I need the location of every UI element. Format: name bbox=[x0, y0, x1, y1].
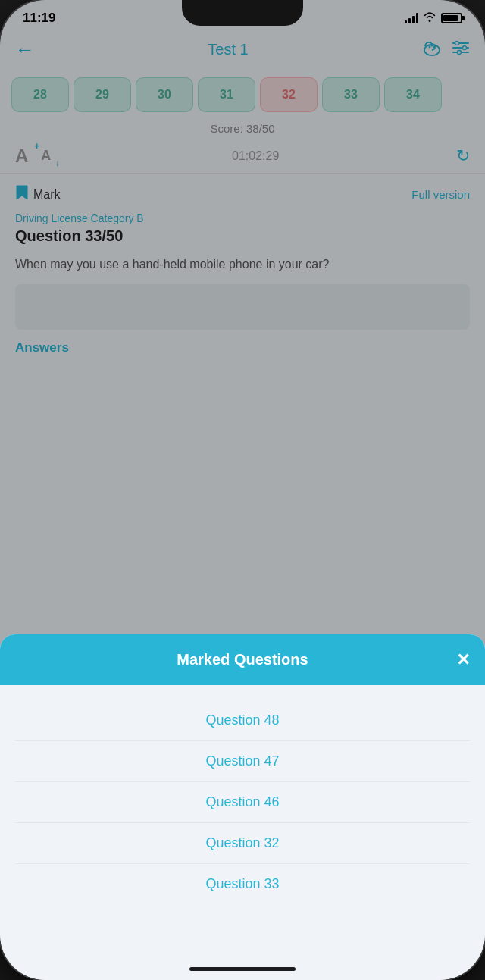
modal-list: Question 48 Question 47 Question 46 Ques… bbox=[0, 685, 485, 919]
modal-overlay: Marked Questions ✕ Question 48 Question … bbox=[0, 0, 485, 980]
modal-item-question-46[interactable]: Question 46 bbox=[15, 782, 470, 823]
modal-item-question-47[interactable]: Question 47 bbox=[15, 741, 470, 782]
modal-item-question-48[interactable]: Question 48 bbox=[15, 700, 470, 741]
modal-close-button[interactable]: ✕ bbox=[456, 650, 470, 670]
phone-screen: 11:19 bbox=[0, 0, 485, 980]
modal-title: Marked Questions bbox=[177, 651, 308, 668]
modal-item-question-32[interactable]: Question 32 bbox=[15, 823, 470, 864]
modal-header: Marked Questions ✕ bbox=[0, 634, 485, 685]
marked-questions-modal: Marked Questions ✕ Question 48 Question … bbox=[0, 634, 485, 980]
home-indicator bbox=[189, 967, 296, 971]
phone-frame: 11:19 bbox=[0, 0, 485, 980]
modal-item-question-33[interactable]: Question 33 bbox=[15, 864, 470, 904]
